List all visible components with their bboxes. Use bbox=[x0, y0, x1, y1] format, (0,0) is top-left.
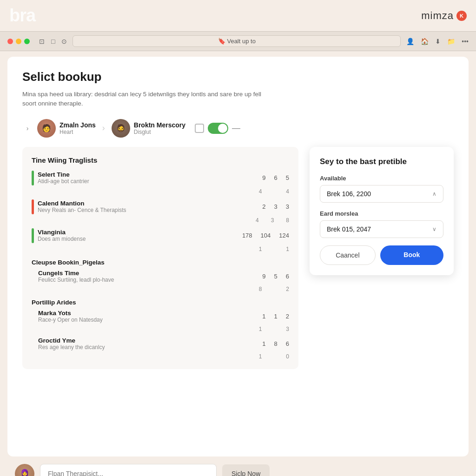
num-vlang-2: 104 bbox=[261, 232, 271, 239]
browser-icons: ⊡ □ ⊙ bbox=[39, 38, 67, 45]
toggle-container: — bbox=[195, 123, 240, 134]
available-select[interactable]: Brek 106, 2200 ∧ bbox=[320, 185, 443, 203]
num-selert-1: 9 bbox=[262, 174, 265, 181]
end-label: Eard morslea bbox=[320, 210, 443, 217]
sub-num-calend-1: 4 bbox=[256, 217, 259, 224]
row-name-vlang: Vlanginia bbox=[38, 229, 238, 236]
end-select[interactable]: Brek 015, 2047 ∨ bbox=[320, 220, 443, 238]
row-main-calend: Calend Mantion Nevy Reals an- Cence & Th… bbox=[38, 200, 244, 213]
num-selert-3: 5 bbox=[286, 174, 289, 181]
browser-icon-1[interactable]: ⊡ bbox=[39, 38, 45, 45]
row-main-groctid: Groctid Yme Res age leany the dicanlcy bbox=[32, 337, 244, 350]
browser-chrome: ⊡ □ ⊙ 🔖 Vealt up to 👤 🏠 ⬇ 📁 ••• bbox=[0, 31, 476, 51]
table-section: Tine Wiing Traglists Selert Tine Atidl-a… bbox=[22, 147, 298, 369]
row-nums-calend: 2 3 3 bbox=[247, 203, 289, 210]
row-sub-selert: Atidl-age bot cantrier bbox=[38, 178, 244, 185]
brand-name: mimza bbox=[421, 10, 454, 22]
therapist-role-1: Heart bbox=[60, 129, 96, 135]
num-calend-1: 2 bbox=[262, 203, 265, 210]
browser-icon-2[interactable]: □ bbox=[51, 38, 55, 45]
row-main-selert: Selert Tine Atidl-age bot cantrier bbox=[38, 171, 244, 185]
available-label: Available bbox=[320, 175, 443, 182]
num-calend-2: 3 bbox=[274, 203, 278, 210]
cancel-button[interactable]: Caancel bbox=[320, 245, 376, 265]
user-icon[interactable]: 👤 bbox=[406, 38, 414, 45]
bottom-avatar: 🧕 bbox=[15, 464, 34, 476]
signup-button[interactable]: Siclp Now bbox=[222, 464, 270, 476]
num-cungels-2: 5 bbox=[274, 273, 278, 280]
row-name-groctid: Groctid Yme bbox=[38, 337, 244, 344]
therapist-info-1: Zmaln Jons Heart bbox=[60, 121, 96, 135]
section-divider-2: Cleupse Bookin_Pigelas bbox=[32, 259, 289, 266]
table-row-groctid: Groctid Yme Res age leany the dicanlcy 1… bbox=[32, 337, 289, 350]
therapist-role-2: Disglut bbox=[134, 129, 185, 135]
page-description: Mina spa heed ua library: desdrial can l… bbox=[22, 90, 264, 109]
num-cungels-1: 9 bbox=[262, 273, 265, 280]
page-title: Selict bookup bbox=[22, 70, 454, 84]
therapist-row: › 🧑 Zmaln Jons Heart › 🧔 Broktn Merscory… bbox=[22, 119, 454, 138]
row-sub-cungels: Feulicc Surtiing, leadl plo-have bbox=[38, 277, 244, 283]
folder-icon[interactable]: 📁 bbox=[447, 38, 455, 45]
bookmark-icon: 🔖 bbox=[218, 38, 227, 45]
more-icon[interactable]: ••• bbox=[462, 38, 469, 45]
browser-icon-3[interactable]: ⊙ bbox=[61, 38, 67, 45]
row-name-calend: Calend Mantion bbox=[38, 200, 244, 207]
therapist-avatar-2: 🧔 bbox=[112, 119, 130, 138]
booking-panel: Sey to the bast pretible Available Brek … bbox=[310, 147, 454, 275]
row-nums-cungels: 9 5 6 bbox=[247, 273, 289, 280]
search-input[interactable] bbox=[40, 464, 217, 476]
row-main-cungels: Cungels Time Feulicc Surtiing, leadl plo… bbox=[32, 270, 244, 283]
available-value: Brek 106, 2200 bbox=[327, 190, 371, 198]
therapist-name-2: Broktn Merscory bbox=[134, 121, 185, 129]
therapist-card-1[interactable]: 🧑 Zmaln Jons Heart bbox=[37, 119, 96, 138]
row-sub-nums-vlang: 1 1 bbox=[32, 246, 289, 252]
traffic-lights bbox=[7, 39, 30, 44]
row-name-cungels: Cungels Time bbox=[38, 270, 244, 277]
end-value: Brek 015, 2047 bbox=[327, 225, 371, 233]
num-vlang-1: 178 bbox=[242, 232, 252, 239]
row-main-marka: Marka Yots Race-y Oper on Natesday bbox=[32, 310, 244, 323]
num-groctid-2: 8 bbox=[274, 340, 278, 347]
sub-num-calend-3: 8 bbox=[286, 217, 289, 224]
checkbox-icon[interactable] bbox=[195, 124, 204, 133]
top-bar: bra mimza K bbox=[0, 0, 476, 31]
dash-icon: — bbox=[232, 123, 240, 133]
num-vlang-3: 124 bbox=[279, 232, 289, 239]
sub-num-vlang-3: 1 bbox=[286, 246, 289, 252]
num-marka-2: 1 bbox=[274, 313, 278, 320]
table-row-calend: Calend Mantion Nevy Reals an- Cence & Th… bbox=[32, 199, 289, 214]
traffic-light-green[interactable] bbox=[24, 39, 30, 44]
content-layout: Tine Wiing Traglists Selert Tine Atidl-a… bbox=[22, 147, 454, 369]
therapist-prev-btn[interactable]: › bbox=[22, 123, 33, 133]
therapist-info-2: Broktn Merscory Disglut bbox=[134, 121, 185, 135]
row-name-selert: Selert Tine bbox=[38, 171, 244, 178]
row-sub-nums-selert: 4 4 bbox=[32, 188, 289, 195]
row-sub-marka: Race-y Oper on Natesday bbox=[38, 317, 244, 323]
therapist-card-2[interactable]: 🧔 Broktn Merscory Disglut bbox=[112, 119, 185, 138]
traffic-light-yellow[interactable] bbox=[16, 39, 21, 44]
indicator-calend bbox=[32, 199, 34, 214]
row-sub-calend: Nevy Reals an- Cence & Therapists bbox=[38, 207, 244, 213]
browser-actions: 👤 🏠 ⬇ 📁 ••• bbox=[406, 38, 469, 45]
book-button[interactable]: Book bbox=[380, 245, 443, 265]
available-chevron-icon: ∧ bbox=[432, 191, 436, 197]
table-title: Tine Wiing Traglists bbox=[32, 156, 289, 164]
main-content: Selict bookup Mina spa heed ua library: … bbox=[7, 57, 469, 456]
sub-num-cungels-1: 8 bbox=[259, 286, 262, 292]
table-row-cungels: Cungels Time Feulicc Surtiing, leadl plo… bbox=[32, 270, 289, 283]
toggle-switch[interactable] bbox=[208, 123, 228, 134]
brand-badge: K bbox=[456, 11, 467, 21]
sub-num-vlang-1: 1 bbox=[259, 246, 262, 252]
sub-num-marka-3: 3 bbox=[286, 326, 289, 332]
traffic-light-red[interactable] bbox=[7, 39, 13, 44]
download-icon[interactable]: ⬇ bbox=[435, 38, 441, 45]
row-sub-groctid: Res age leany the dicanlcy bbox=[38, 344, 244, 350]
num-marka-3: 2 bbox=[286, 313, 289, 320]
bottom-bar: 🧕 Siclp Now bbox=[7, 464, 469, 476]
section-divider-3: Portillip Arides bbox=[32, 299, 289, 306]
home-icon[interactable]: 🏠 bbox=[421, 38, 429, 45]
row-sub-vlang: Does am miodense bbox=[38, 236, 238, 242]
address-bar[interactable]: 🔖 Vealt up to bbox=[73, 35, 401, 47]
search-input-wrap bbox=[40, 464, 217, 476]
num-selert-2: 6 bbox=[274, 174, 278, 181]
